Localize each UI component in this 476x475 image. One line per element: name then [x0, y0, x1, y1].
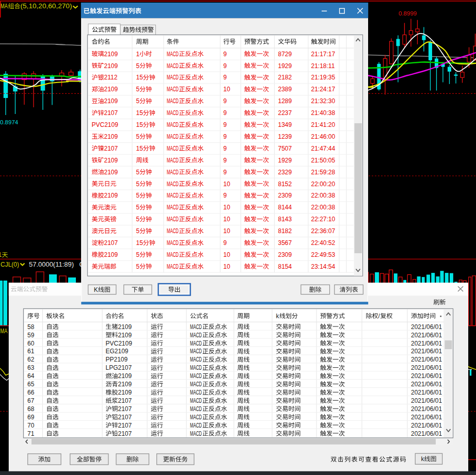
- svg-text:0.8999: 0.8999: [399, 10, 417, 17]
- svg-text:EG2109: EG2109: [106, 348, 129, 355]
- svg-text:59: 59: [27, 332, 35, 339]
- svg-text:MACD: MACD: [190, 389, 202, 396]
- svg-text:2309: 2309: [278, 251, 292, 258]
- svg-text:1: 1: [0, 251, 2, 258]
- svg-text:2107: 2107: [118, 405, 132, 413]
- svg-text:K: K: [94, 286, 98, 293]
- svg-text:9: 9: [224, 97, 227, 105]
- svg-text:9: 9: [224, 109, 227, 117]
- svg-text:2237: 2237: [278, 109, 292, 117]
- svg-text:22:00:38: 22:00:38: [311, 192, 336, 199]
- svg-text:2021/06/01: 2021/06/01: [411, 405, 442, 413]
- svg-text:10: 10: [224, 86, 231, 93]
- svg-text:MACD: MACD: [167, 216, 179, 223]
- svg-text:5: 5: [136, 169, 140, 176]
- svg-text:22:00:20: 22:00:20: [311, 181, 336, 188]
- svg-text:1349: 1349: [278, 121, 292, 128]
- svg-text:5: 5: [136, 62, 140, 70]
- svg-text:2021/06/01: 2021/06/01: [411, 389, 442, 396]
- svg-text:2021/06/01: 2021/06/01: [411, 323, 442, 331]
- svg-text:65: 65: [27, 381, 35, 388]
- svg-text:8144: 8144: [278, 204, 292, 211]
- svg-text:68: 68: [27, 405, 35, 413]
- svg-text:8729: 8729: [278, 51, 292, 58]
- svg-text:2112: 2112: [104, 74, 118, 81]
- svg-text:10: 10: [224, 204, 231, 211]
- svg-text:22:27:10: 22:27:10: [311, 216, 336, 223]
- svg-text:21:24:17: 21:24:17: [311, 86, 336, 93]
- svg-text:63: 63: [27, 364, 35, 371]
- svg-text:9: 9: [224, 239, 227, 247]
- svg-text:MACD: MACD: [167, 133, 179, 140]
- svg-text:2107: 2107: [104, 145, 118, 152]
- svg-text:MACD: MACD: [167, 145, 179, 152]
- svg-text:5: 5: [136, 86, 140, 93]
- svg-text:MACD: MACD: [190, 348, 202, 355]
- svg-text:1289: 1289: [278, 97, 292, 105]
- svg-text:2021/06/01: 2021/06/01: [411, 356, 442, 363]
- svg-text:MACD: MACD: [167, 251, 179, 258]
- svg-text:62: 62: [27, 356, 35, 363]
- svg-text:10: 10: [224, 251, 231, 258]
- svg-text:22:40:52: 22:40:52: [311, 239, 336, 247]
- svg-text:71: 71: [27, 430, 35, 437]
- svg-text:21:18:11: 21:18:11: [311, 62, 335, 70]
- svg-text:2021/06/01: 2021/06/01: [411, 381, 442, 388]
- svg-text:CJL(0): CJL(0): [1, 261, 19, 268]
- svg-text:2389: 2389: [278, 86, 292, 93]
- svg-text:MACD: MACD: [190, 372, 202, 380]
- svg-text:2109: 2109: [104, 97, 118, 105]
- svg-text:2109: 2109: [104, 169, 118, 176]
- svg-text:MACD: MACD: [167, 227, 179, 235]
- svg-text:2107: 2107: [118, 397, 132, 404]
- svg-text:66: 66: [27, 389, 35, 396]
- svg-text:15: 15: [136, 74, 144, 81]
- svg-text:5: 5: [136, 263, 140, 270]
- svg-text:5: 5: [136, 181, 140, 188]
- svg-text:2329: 2329: [278, 169, 292, 176]
- svg-text:0.8974: 0.8974: [0, 119, 19, 125]
- svg-text:1929: 1929: [278, 157, 292, 164]
- svg-text:9: 9: [224, 157, 227, 164]
- svg-text:5: 5: [136, 204, 140, 211]
- svg-text:2109: 2109: [118, 389, 132, 396]
- svg-text:MACD: MACD: [167, 97, 179, 105]
- svg-text:2109: 2109: [118, 323, 132, 331]
- svg-text:9: 9: [224, 133, 227, 140]
- svg-text:58: 58: [27, 323, 35, 331]
- svg-text:64: 64: [27, 372, 35, 380]
- svg-text:k: k: [276, 313, 280, 320]
- svg-text:2109: 2109: [118, 332, 132, 339]
- svg-text:10: 10: [224, 216, 231, 223]
- svg-text:MACD: MACD: [190, 397, 202, 404]
- svg-text:MACD: MACD: [167, 62, 179, 70]
- svg-text:MACD: MACD: [190, 381, 202, 388]
- svg-text:MACD: MACD: [167, 74, 179, 81]
- svg-text:21:17:17: 21:17:17: [311, 51, 336, 58]
- svg-text:9: 9: [224, 169, 227, 176]
- svg-text:MACD: MACD: [190, 323, 202, 331]
- svg-text:2021/06/01: 2021/06/01: [411, 414, 442, 421]
- svg-text:2107: 2107: [104, 239, 118, 247]
- svg-text:MACD: MACD: [167, 51, 179, 58]
- svg-text:21:41:20: 21:41:20: [311, 121, 336, 128]
- svg-text:2109: 2109: [104, 51, 118, 58]
- svg-text:57.0000(11:89): 57.0000(11:89): [29, 261, 74, 268]
- svg-text:5: 5: [136, 97, 140, 105]
- svg-text:MACD: MACD: [167, 86, 179, 93]
- svg-text:15: 15: [136, 121, 144, 128]
- svg-text:9: 9: [224, 74, 227, 81]
- svg-text:5: 5: [136, 133, 140, 140]
- svg-text:61: 61: [27, 348, 35, 355]
- svg-text:3567: 3567: [278, 239, 292, 247]
- svg-text:MACD: MACD: [190, 356, 202, 363]
- svg-text:2309: 2309: [278, 192, 292, 199]
- svg-text:MACD: MACD: [167, 169, 179, 176]
- svg-text:PVC2109: PVC2109: [106, 340, 133, 347]
- svg-text:8152: 8152: [278, 181, 292, 188]
- svg-text:5: 5: [136, 251, 140, 258]
- svg-text:k: k: [421, 455, 425, 463]
- svg-text:MACD: MACD: [190, 340, 202, 347]
- svg-text:2109: 2109: [104, 251, 118, 258]
- svg-text:2109: 2109: [104, 157, 118, 164]
